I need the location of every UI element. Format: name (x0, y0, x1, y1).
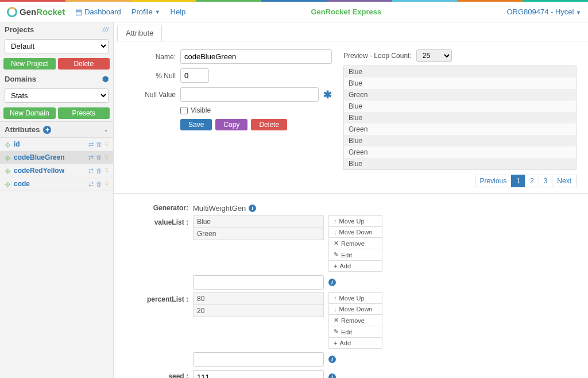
nullval-label: Null Value (125, 91, 176, 99)
hand-icon[interactable]: ☟ (105, 167, 109, 175)
remove-button[interactable]: ✕Remove (328, 314, 382, 326)
preview-row: Blue (344, 66, 576, 78)
chevron-down-icon: ▼ (576, 10, 581, 16)
movedown-button[interactable]: ↓Move Down (328, 226, 382, 238)
move-icon[interactable]: ✥ (5, 180, 11, 187)
moveup-button[interactable]: ↑Move Up (328, 215, 382, 227)
move-icon[interactable]: ✥ (5, 141, 11, 148)
trash-icon[interactable]: 🗑 (96, 141, 102, 148)
remove-button[interactable]: ✕Remove (328, 237, 382, 249)
pager-page-2[interactable]: 2 (525, 175, 539, 187)
retweet-icon[interactable]: ⇄ (88, 180, 94, 188)
attributes-header[interactable]: Attributes + ⌄ (0, 121, 113, 138)
trash-icon[interactable]: 🗑 (96, 167, 102, 174)
delete-button[interactable]: Delete (251, 119, 287, 130)
nullval-input[interactable] (180, 87, 319, 102)
nav-org[interactable]: ORG809474 - Hycel ▼ (506, 7, 581, 16)
list-item[interactable]: Green (193, 227, 324, 240)
nav-dashboard[interactable]: ▤ Dashboard (75, 7, 121, 16)
presets-button[interactable]: Presets (58, 107, 110, 119)
pager-page-3[interactable]: 3 (539, 175, 553, 187)
new-project-button[interactable]: New Project (3, 58, 56, 70)
info-icon[interactable]: i (328, 373, 336, 378)
tab-attribute[interactable]: Attribute (117, 25, 162, 41)
attr-item-id[interactable]: ✥ id ⇄ 🗑 ☟ (0, 138, 113, 151)
preview-row: Green (344, 89, 576, 101)
sidebar: Projects /// Default New Project Delete … (0, 22, 114, 378)
hand-icon[interactable]: ☟ (105, 180, 109, 188)
retweet-icon[interactable]: ⇄ (88, 167, 94, 175)
app-title: GenRocket Express (196, 7, 496, 16)
domains-header: Domains ⬢ (0, 72, 113, 86)
retweet-icon[interactable]: ⇄ (88, 154, 94, 161)
trash-icon[interactable]: 🗑 (96, 154, 102, 161)
percentlist-input[interactable] (193, 352, 324, 367)
list-item[interactable]: 80 (193, 292, 324, 305)
add-button[interactable]: +Add (328, 337, 382, 349)
preview-row: Blue (344, 101, 576, 112)
arrow-up-icon: ↑ (334, 295, 337, 302)
edit-button[interactable]: ✎Edit (328, 249, 382, 261)
preview-row: Blue (344, 158, 576, 169)
asterisk-icon: ✱ (323, 88, 332, 101)
delete-project-button[interactable]: Delete (58, 58, 110, 70)
copy-button[interactable]: Copy (215, 119, 247, 130)
arrow-up-icon: ↑ (334, 218, 337, 225)
lines-icon[interactable]: /// (102, 25, 109, 34)
hand-icon[interactable]: ☟ (105, 154, 109, 161)
move-icon[interactable]: ✥ (5, 167, 11, 174)
percentlist-box: 80 20 (193, 293, 324, 317)
pencil-icon: ✎ (334, 328, 339, 335)
tab-row: Attribute (114, 22, 588, 41)
top-color-strip (0, 0, 588, 2)
seed-input[interactable] (193, 370, 324, 378)
list-item[interactable]: 20 (193, 304, 324, 317)
attr-item-codeBlueGreen[interactable]: ✥ codeBlueGreen ⇄ 🗑 ☟ (0, 151, 113, 164)
pager-next[interactable]: Next (552, 175, 577, 187)
save-button[interactable]: Save (180, 119, 212, 130)
cube-icon[interactable]: ⬢ (102, 75, 109, 83)
movedown-button[interactable]: ↓Move Down (328, 303, 382, 315)
moveup-button[interactable]: ↑Move Up (328, 292, 382, 304)
preview-panel: Preview - Loop Count: 25 Blue Blue Green… (343, 49, 577, 187)
logo[interactable]: GenRocket (7, 7, 65, 17)
pctnull-input[interactable] (180, 68, 209, 83)
loop-count-select[interactable]: 25 (416, 49, 452, 62)
nav-profile[interactable]: Profile ▼ (131, 7, 160, 16)
nav-help[interactable]: Help (171, 7, 186, 16)
info-icon[interactable]: i (328, 279, 336, 286)
retweet-icon[interactable]: ⇄ (88, 141, 94, 148)
x-icon: ✕ (334, 240, 339, 247)
domain-select[interactable]: Stats (5, 88, 109, 103)
pager: Previous 1 2 3 Next (343, 175, 577, 187)
preview-row: Blue (344, 78, 576, 89)
pager-prev[interactable]: Previous (475, 175, 512, 187)
attr-item-code[interactable]: ✥ code ⇄ 🗑 ☟ (0, 178, 113, 191)
hand-icon[interactable]: ☟ (105, 141, 109, 148)
move-icon[interactable]: ✥ (5, 154, 11, 161)
percentlist-label: percentList : (125, 293, 188, 303)
info-icon[interactable]: i (328, 356, 336, 363)
name-input[interactable] (180, 49, 332, 64)
attr-item-codeRedYellow[interactable]: ✥ codeRedYellow ⇄ 🗑 ☟ (0, 164, 113, 178)
info-icon[interactable]: i (249, 205, 256, 212)
projects-header: Projects /// (0, 22, 113, 37)
project-select[interactable]: Default (5, 39, 109, 53)
add-attribute-icon[interactable]: + (43, 126, 51, 134)
valuelist-input[interactable] (193, 275, 324, 290)
name-label: Name: (125, 53, 176, 61)
new-domain-button[interactable]: New Domain (3, 107, 56, 119)
topbar: GenRocket ▤ Dashboard Profile ▼ Help Gen… (0, 2, 588, 22)
pager-page-1[interactable]: 1 (511, 175, 525, 187)
trash-icon[interactable]: 🗑 (96, 180, 102, 187)
content: Attribute Name: % Null Null Value ✱ (114, 22, 588, 378)
percentlist-actions: ↑Move Up ↓Move Down ✕Remove ✎Edit +Add (328, 293, 382, 349)
add-button[interactable]: +Add (328, 260, 382, 272)
list-item[interactable]: Blue (193, 215, 324, 228)
seed-label: seed : (125, 370, 188, 378)
chevron-down-icon: ▼ (155, 9, 160, 15)
plus-icon: + (334, 263, 337, 269)
edit-button[interactable]: ✎Edit (328, 326, 382, 338)
visible-checkbox[interactable] (180, 107, 188, 114)
plus-icon: + (334, 340, 337, 346)
